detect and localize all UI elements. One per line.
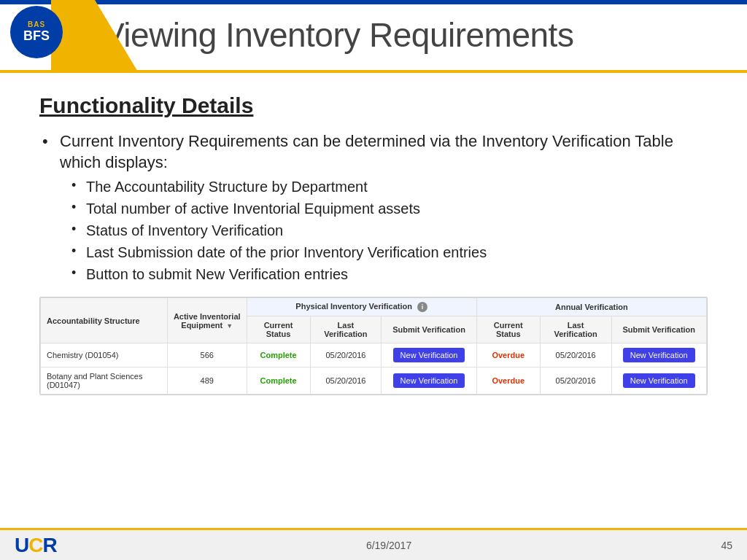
row1-phys-last-ver: 05/20/2016	[310, 343, 382, 368]
phys-submit-header: Submit Verification	[382, 316, 476, 343]
inventory-table: Accountability Structure Active Inventor…	[40, 298, 707, 394]
row1-ann-last-ver: 05/20/2016	[540, 343, 611, 368]
row1-ann-new-verification-button[interactable]: New Verification	[623, 348, 695, 362]
row1-phys-submit-cell: New Verification	[382, 343, 476, 368]
main-bullet-item: Current Inventory Requirements can be de…	[39, 131, 708, 284]
row2-ann-new-verification-button[interactable]: New Verification	[623, 373, 695, 388]
col-header-annual: Annual Verification	[476, 298, 706, 316]
row1-active: 566	[167, 343, 247, 368]
ucr-text: UCR	[15, 534, 57, 557]
row2-active: 489	[167, 368, 247, 394]
sub-bullet-3: Status of Inventory Verification	[69, 221, 708, 240]
col-header-active: Active Inventorial Equipment ▼	[167, 298, 247, 343]
table-row: Botany and Plant Sciences (D01047) 489 C…	[41, 368, 707, 394]
footer-date: 6/19/2017	[366, 540, 411, 551]
footer-page-number: 45	[721, 540, 732, 551]
sub-bullet-2: Total number of active Inventorial Equip…	[69, 199, 708, 218]
slide-footer: UCR 6/19/2017 45	[0, 528, 747, 560]
ann-last-ver-header: Last Verification	[540, 316, 611, 343]
row1-phys-status: Complete	[247, 343, 310, 368]
row2-phys-submit-cell: New Verification	[382, 368, 476, 394]
row2-ann-last-ver: 05/20/2016	[540, 368, 611, 394]
main-content: Functionality Details Current Inventory …	[0, 73, 747, 524]
row1-phys-new-verification-button[interactable]: New Verification	[393, 348, 465, 362]
bfs-logo: BAS BFS	[10, 6, 63, 58]
main-bullet-list: Current Inventory Requirements can be de…	[39, 131, 708, 284]
row2-phys-status: Complete	[247, 368, 310, 394]
phys-current-status-header: Current Status	[247, 316, 310, 343]
row1-ann-status: Overdue	[476, 343, 540, 368]
table-body: Chemistry (D01054) 566 Complete 05/20/20…	[41, 343, 707, 394]
sub-bullet-1: The Accountability Structure by Departme…	[69, 177, 708, 196]
section-title: Functionality Details	[39, 93, 708, 118]
sort-icon[interactable]: ▼	[226, 322, 233, 330]
sub-bullet-5: Button to submit New Verification entrie…	[69, 265, 708, 284]
slide-header: BAS BFS Viewing Inventory Requirements	[0, 0, 747, 73]
table-header-row-1: Accountability Structure Active Inventor…	[41, 298, 707, 316]
bfs-label: BFS	[23, 28, 50, 44]
sub-bullet-4: Last Submission date of the prior Invent…	[69, 243, 708, 262]
sub-bullet-list: The Accountability Structure by Departme…	[69, 177, 708, 284]
phys-last-ver-header: Last Verification	[310, 316, 382, 343]
row2-ann-submit-cell: New Verification	[611, 368, 707, 394]
ann-current-status-header: Current Status	[476, 316, 540, 343]
row2-phys-new-verification-button[interactable]: New Verification	[393, 373, 465, 388]
row1-accountability: Chemistry (D01054)	[41, 343, 168, 368]
row2-accountability: Botany and Plant Sciences (D01047)	[41, 368, 168, 394]
col-header-accountability: Accountability Structure	[41, 298, 168, 343]
row2-phys-last-ver: 05/20/2016	[310, 368, 382, 394]
bas-label: BAS	[28, 20, 45, 28]
table-row: Chemistry (D01054) 566 Complete 05/20/20…	[41, 343, 707, 368]
slide-title: Viewing Inventory Requirements	[102, 15, 573, 55]
blue-bar	[0, 0, 747, 4]
ucr-logo: UCR	[15, 534, 57, 557]
ann-submit-header: Submit Verification	[611, 316, 707, 343]
inventory-table-container: Accountability Structure Active Inventor…	[39, 297, 708, 395]
row1-ann-submit-cell: New Verification	[611, 343, 707, 368]
col-header-physical: Physical Inventory Verification i	[247, 298, 476, 316]
row2-ann-status: Overdue	[476, 368, 540, 394]
info-icon[interactable]: i	[417, 302, 427, 312]
